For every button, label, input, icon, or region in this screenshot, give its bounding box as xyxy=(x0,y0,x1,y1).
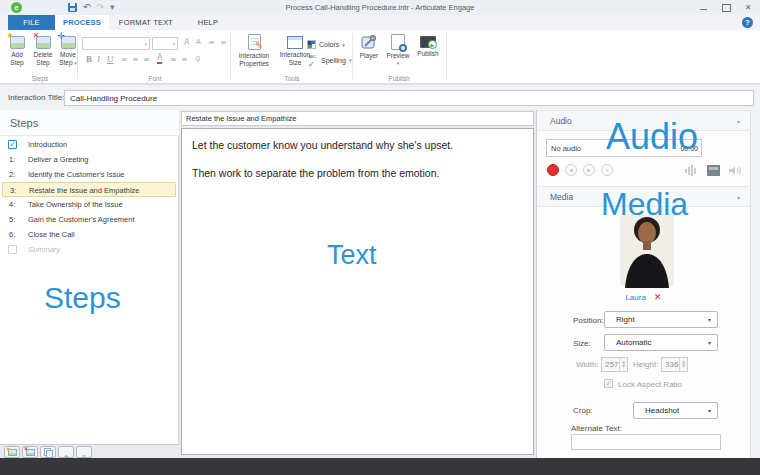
rewind-button[interactable]: ◀ xyxy=(565,164,577,176)
volume-icon[interactable] xyxy=(729,165,742,176)
alternate-text-label: Alternate Text: xyxy=(571,424,622,433)
publish-button[interactable]: ▶ Publish xyxy=(414,33,442,58)
step-item-2[interactable]: 2:Identify the Customer's Issue xyxy=(2,167,176,182)
stepper-arrows-icon[interactable]: ▲▼ xyxy=(619,358,627,371)
audio-editor-icon[interactable] xyxy=(707,165,720,176)
editor-paragraph: Let the customer know you understand why… xyxy=(192,138,523,152)
media-panel-header[interactable]: Media ▾ xyxy=(537,186,750,207)
italic-icon[interactable]: I xyxy=(97,54,100,64)
delete-step-button[interactable]: ✕ Delete Step xyxy=(30,33,56,66)
main-area: Steps ✓ Introduction 1:Deliver a Greetin… xyxy=(0,110,760,458)
audio-status-text: No audio xyxy=(551,140,581,157)
add-step-button[interactable]: ★ Add Step xyxy=(5,33,29,66)
import-audio-icon[interactable] xyxy=(685,165,698,176)
tools-group-label: Tools xyxy=(234,75,350,82)
align-center-icon[interactable]: ≡ xyxy=(132,55,139,64)
add-step-small-button[interactable]: ★ xyxy=(4,446,20,458)
crop-dropdown[interactable]: Headshot ▾ xyxy=(633,402,718,419)
position-dropdown[interactable]: Right ▾ xyxy=(604,311,718,328)
decrease-font-size-icon[interactable]: A xyxy=(196,38,201,46)
alternate-text-input[interactable] xyxy=(571,434,721,450)
player-button[interactable]: Player xyxy=(356,33,382,60)
play-audio-button[interactable]: ▶ xyxy=(583,164,595,176)
chevron-down-icon: ▾ xyxy=(708,335,711,351)
remove-media-icon[interactable]: ✕ xyxy=(654,292,662,302)
preview-button[interactable]: Preview ▾ xyxy=(384,33,412,66)
font-size-select[interactable]: ▾ xyxy=(152,37,178,50)
step-item-introduction[interactable]: ✓ Introduction xyxy=(2,137,176,152)
step-item-1[interactable]: 1:Deliver a Greeting xyxy=(2,152,176,167)
bold-icon[interactable]: B xyxy=(86,54,92,64)
increase-font-size-icon[interactable]: A xyxy=(184,38,189,47)
sidebar-scroll-gutter[interactable] xyxy=(750,110,760,458)
step-item-5[interactable]: 5:Gain the Customer's Agreement xyxy=(2,212,176,227)
step-item-4[interactable]: 4:Take Ownership of the Issue xyxy=(2,197,176,212)
colors-icon xyxy=(307,40,316,49)
right-sidebar: Audio ▾ No audio 00.00 ◀ ▶ ✕ xyxy=(536,110,760,458)
character-photo[interactable] xyxy=(618,212,676,288)
chevron-down-icon: ▾ xyxy=(708,403,711,419)
move-step-up-button[interactable]: ⇧ xyxy=(58,446,74,458)
indent-decrease-icon[interactable]: ≡ xyxy=(181,55,188,64)
indent-increase-icon[interactable]: ≡ xyxy=(170,55,177,64)
interaction-properties-button[interactable]: ✎ Interaction Properties xyxy=(234,33,274,67)
font-group-label: Font xyxy=(82,75,228,82)
width-stepper[interactable]: 257 ▲▼ xyxy=(601,357,628,372)
height-label: Height: xyxy=(633,360,658,369)
tab-format-text[interactable]: FORMAT TEXT xyxy=(112,15,180,30)
audio-status-field: No audio 00.00 xyxy=(546,139,702,157)
steps-panel-header: Steps xyxy=(0,110,179,136)
interaction-properties-icon: ✎ xyxy=(248,34,261,50)
interaction-title-label: Interaction Title: xyxy=(8,85,64,111)
help-icon[interactable]: ? xyxy=(742,17,753,28)
font-family-select[interactable]: ▾ xyxy=(82,37,150,50)
tab-help[interactable]: HELP xyxy=(190,15,226,30)
duplicate-step-button[interactable] xyxy=(40,446,56,458)
chevron-down-icon: ▾ xyxy=(342,42,345,48)
align-left-icon[interactable]: ≡ xyxy=(121,55,128,64)
align-right-icon[interactable]: ≡ xyxy=(143,55,150,64)
checkbox-unchecked-icon[interactable] xyxy=(8,245,17,254)
audio-tools xyxy=(685,165,742,176)
delete-step-small-button[interactable]: ✕ xyxy=(22,446,38,458)
record-button[interactable] xyxy=(547,164,559,176)
chevron-down-icon: ▾ xyxy=(384,60,412,66)
ribbon-tab-row: FILE PROCESS FORMAT TEXT HELP xyxy=(0,15,760,30)
step-item-3-selected[interactable]: 3:Restate the Issue and Empathize xyxy=(2,182,176,197)
close-button[interactable]: ✕ xyxy=(742,2,754,13)
step-text-editor[interactable]: Let the customer know you understand why… xyxy=(181,128,534,455)
media-filename-link[interactable]: Laura xyxy=(625,293,645,302)
tab-process[interactable]: PROCESS xyxy=(55,15,109,30)
colors-button[interactable]: Colors ▾ xyxy=(307,40,345,49)
audio-panel-header[interactable]: Audio ▾ xyxy=(537,110,750,131)
copy-icon xyxy=(44,448,52,456)
publish-icon: ▶ xyxy=(420,36,436,48)
lock-aspect-checkbox[interactable]: ✓ xyxy=(604,379,613,388)
height-stepper[interactable]: 336 ▲▼ xyxy=(661,357,688,372)
delete-audio-button[interactable]: ✕ xyxy=(601,164,613,176)
bullet-list-icon[interactable]: ≡ xyxy=(208,38,215,47)
step-item-summary[interactable]: Summary xyxy=(2,242,176,257)
step-item-6[interactable]: 6:Close the Call xyxy=(2,227,176,242)
size-dropdown[interactable]: Automatic ▾ xyxy=(604,334,718,351)
crop-label: Crop: xyxy=(573,406,593,415)
move-step-down-button[interactable]: ⇩ xyxy=(76,446,92,458)
collapse-caret-icon[interactable]: ▾ xyxy=(737,187,740,208)
stepper-arrows-icon[interactable]: ▲▼ xyxy=(679,358,687,371)
chevron-down-icon: ▾ xyxy=(708,312,711,328)
hyperlink-icon[interactable]: ⚲ xyxy=(195,55,201,64)
font-color-icon[interactable]: A xyxy=(157,54,162,64)
step-title-input[interactable] xyxy=(181,111,534,126)
minimize-button[interactable] xyxy=(698,2,710,13)
player-icon xyxy=(361,35,377,50)
tab-file[interactable]: FILE xyxy=(8,15,55,30)
collapse-caret-icon[interactable]: ▾ xyxy=(737,111,740,132)
interaction-title-input[interactable] xyxy=(64,90,754,106)
numbered-list-icon[interactable]: ≡ xyxy=(220,38,227,47)
maximize-button[interactable] xyxy=(720,2,732,13)
underline-icon[interactable]: U xyxy=(107,54,114,64)
window-controls: ✕ xyxy=(698,0,754,15)
checkbox-checked-icon[interactable]: ✓ xyxy=(8,140,17,149)
editor-paragraph: Then work to separate the problem from t… xyxy=(192,166,523,180)
spelling-button[interactable]: ABC✓ Spelling ▾ xyxy=(307,55,351,65)
